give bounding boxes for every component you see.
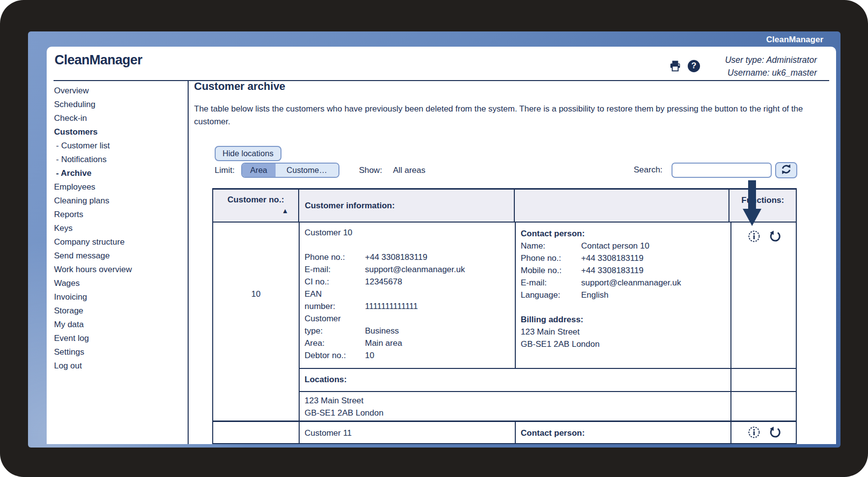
app-window: CleanManager ? User type: Administrator … (47, 47, 836, 444)
user-info: User type: Administrator Username: uk6_m… (725, 54, 817, 79)
print-icon[interactable] (669, 59, 682, 72)
locations-heading: Locations: (300, 369, 731, 391)
functions-cell (731, 223, 797, 368)
sidebar-item-invoicing[interactable]: Invoicing (54, 290, 182, 304)
contact-person-heading: Contact person: (516, 422, 731, 444)
customer-information-cell: Customer 10 Phone no.:+44 3308183119 E-m… (300, 223, 516, 368)
sidebar-item-customers[interactable]: Customers (54, 125, 182, 139)
limit-segment-customer[interactable]: Custome… (276, 164, 338, 177)
sidebar-item-overview[interactable]: Overview (54, 84, 182, 98)
sidebar-item-notifications[interactable]: - Notifications (54, 153, 182, 167)
username-label: Username: uk6_master (725, 66, 817, 79)
sidebar-item-work-hours-overview[interactable]: Work hours overview (54, 263, 182, 277)
sidebar-item-cleaning-plans[interactable]: Cleaning plans (54, 194, 182, 208)
top-bar-brand: CleanManager (766, 35, 823, 45)
sidebar-item-my-data[interactable]: My data (54, 318, 182, 332)
billing-address-line: GB-SE1 2AB London (521, 338, 728, 350)
billing-address-heading: Billing address: (521, 313, 728, 326)
user-type-label: User type: Administrator (725, 54, 817, 66)
help-icon[interactable]: ? (688, 60, 700, 72)
functions-cell-empty (731, 369, 797, 391)
show-value: All areas (393, 166, 425, 175)
customer-no-cell (213, 422, 300, 444)
locations-address-row: 123 Main Street GB-SE1 2AB London (300, 391, 797, 421)
billing-address-line: 123 Main Street (521, 326, 728, 338)
refresh-button[interactable] (775, 162, 797, 178)
customer-archive-table: Customer no.: ▲ Customer information: Fu… (212, 188, 797, 444)
column-header-customer-no[interactable]: Customer no.: ▲ (213, 190, 299, 222)
sidebar-item-archive[interactable]: - Archive (54, 167, 182, 180)
location-address-line: GB-SE1 2AB London (305, 407, 728, 419)
limit-segmented-control: Area Custome… (241, 163, 339, 178)
pointer-arrow-icon (742, 180, 762, 229)
contact-person-cell: Contact person: Name:Contact person 10 P… (516, 223, 731, 368)
customer-title: Customer 11 (300, 422, 516, 444)
hide-locations-button[interactable]: Hide locations (215, 146, 281, 161)
sidebar-item-keys[interactable]: Keys (54, 222, 182, 235)
limit-label: Limit: (215, 166, 235, 175)
location-address-line: 123 Main Street (305, 394, 728, 407)
sidebar-item-log-out[interactable]: Log out (54, 359, 182, 373)
sidebar-item-check-in[interactable]: Check-in (54, 112, 182, 125)
restore-icon[interactable] (769, 426, 782, 439)
column-header-contact (515, 190, 730, 222)
info-icon[interactable] (748, 426, 760, 439)
sidebar-item-scheduling[interactable]: Scheduling (54, 98, 182, 112)
contact-person-heading: Contact person: (521, 227, 728, 240)
search-label: Search: (634, 165, 663, 175)
column-header-customer-information: Customer information: (299, 190, 515, 222)
sidebar-divider (188, 81, 189, 444)
sidebar-item-send-message[interactable]: Send message (54, 249, 182, 263)
restore-icon[interactable] (769, 230, 782, 243)
info-icon[interactable] (748, 230, 760, 243)
functions-cell-empty (731, 392, 797, 421)
customer-number: 10 (213, 288, 299, 300)
app-logo: CleanManager (55, 53, 142, 68)
table-row: Customer 11 Contact person: (213, 421, 797, 444)
customer-title: Customer 10 (305, 226, 512, 239)
sidebar-nav: Overview Scheduling Check-in Customers -… (54, 84, 182, 373)
table-header-row: Customer no.: ▲ Customer information: Fu… (213, 190, 796, 223)
functions-cell (731, 422, 797, 444)
locations-header-row: Locations: (300, 368, 797, 391)
refresh-icon (781, 164, 792, 177)
table-row: Customer 10 Phone no.:+44 3308183119 E-m… (300, 223, 797, 368)
sidebar-item-wages[interactable]: Wages (54, 277, 182, 290)
sidebar-item-employees[interactable]: Employees (54, 180, 182, 194)
device-frame: CleanManager CleanManager ? User type: A… (0, 0, 868, 477)
sidebar-item-event-log[interactable]: Event log (54, 332, 182, 345)
sidebar-item-storage[interactable]: Storage (54, 304, 182, 318)
page-title: Customer archive (194, 80, 285, 93)
show-label: Show: (359, 166, 382, 175)
sidebar-item-company-structure[interactable]: Company structure (54, 235, 182, 249)
page-description: The table below lists the customers who … (194, 103, 821, 128)
sidebar-item-customer-list[interactable]: - Customer list (54, 139, 182, 153)
sidebar-item-settings[interactable]: Settings (54, 345, 182, 359)
column-header-functions: Functions: (729, 190, 796, 222)
location-address: 123 Main Street GB-SE1 2AB London (300, 392, 731, 421)
sidebar-item-reports[interactable]: Reports (54, 208, 182, 222)
limit-segment-area[interactable]: Area (242, 164, 276, 177)
customer-no-cell: 10 (213, 223, 300, 421)
header-divider (54, 80, 829, 81)
search-input[interactable] (672, 163, 772, 178)
sort-ascending-icon[interactable]: ▲ (213, 206, 298, 216)
